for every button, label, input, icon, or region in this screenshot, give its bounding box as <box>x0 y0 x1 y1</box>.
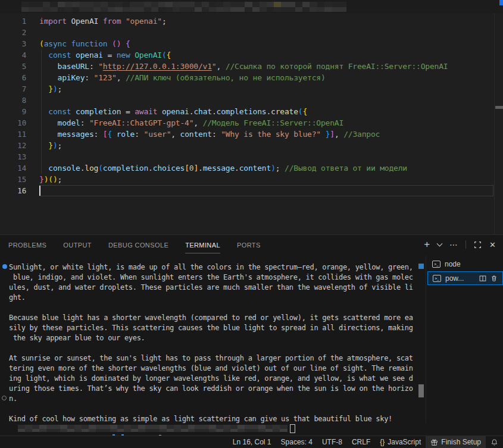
code-lines[interactable]: 1import OpenAI from "openai";23(async fu… <box>0 15 494 196</box>
notifications-button[interactable] <box>486 436 503 448</box>
bottom-panel: PROBLEMSOUTPUTDEBUG CONSOLETERMINALPORTS… <box>0 234 503 436</box>
terminal-scrollbar[interactable] <box>418 384 424 397</box>
language-mode[interactable]: {} JavaScript <box>375 436 426 448</box>
terminal-overview-mark <box>418 264 424 269</box>
line-number[interactable]: 7 <box>0 83 26 95</box>
split-terminal-icon[interactable] <box>479 275 486 282</box>
code-line[interactable]: }); <box>26 83 62 95</box>
terminal-list-label: pow... <box>445 274 464 283</box>
line-number[interactable]: 8 <box>0 95 26 106</box>
code-line[interactable] <box>26 151 39 162</box>
terminal-line: tering even more of the shorter waveleng… <box>9 364 417 374</box>
terminal-output[interactable]: Sunlight, or white light, is made up of … <box>9 262 417 424</box>
kill-terminal-icon[interactable] <box>490 275 498 282</box>
code-line[interactable]: }); <box>26 140 62 151</box>
terminal-cursor <box>290 424 295 433</box>
code-line[interactable]: const completion = await openai.chat.com… <box>26 106 307 117</box>
line-number[interactable]: 15 <box>0 174 26 185</box>
terminal-line: the sky appear blue to our eyes. <box>9 333 417 343</box>
encoding-label: UTF-8 <box>322 438 342 446</box>
title-bar <box>0 0 503 13</box>
badge-notch <box>499 0 503 5</box>
terminal-line: n. <box>9 394 417 404</box>
indentation-label: Spaces: 4 <box>281 438 313 446</box>
code-line[interactable]: const openai = new OpenAI({ <box>26 49 171 61</box>
line-number[interactable]: 12 <box>0 140 26 151</box>
finish-setup-button[interactable]: Finish Setup <box>426 436 486 448</box>
code-line[interactable]: baseURL: "http://127.0.0.1:3000/v1", //С… <box>26 61 448 72</box>
gift-icon <box>430 438 438 446</box>
line-number[interactable]: 14 <box>0 162 26 174</box>
code-line[interactable] <box>26 27 39 38</box>
code-line[interactable]: apiKey: "123", //АПИ ключ (обязательно, … <box>26 72 326 83</box>
terminal-line <box>9 404 417 414</box>
cursor-position-label: Ln 16, Col 1 <box>233 438 271 446</box>
terminal-icon: >_ <box>433 275 441 282</box>
terminal-line: sily by these particles. This scattering… <box>9 323 417 333</box>
close-panel-icon[interactable]: ✕ <box>489 241 496 249</box>
panel-tab-terminal[interactable]: TERMINAL <box>185 236 220 253</box>
line-number[interactable]: 5 <box>0 61 26 72</box>
braces-icon: {} <box>380 438 385 446</box>
terminal-line <box>9 303 417 313</box>
eol-sequence[interactable]: CRLF <box>347 436 375 448</box>
text-cursor <box>39 186 40 196</box>
terminal-list-item-node[interactable]: >_ node <box>427 258 503 271</box>
line-number[interactable]: 2 <box>0 27 26 38</box>
code-line[interactable]: messages: [{ role: "user", content: "Why… <box>26 129 380 140</box>
terminal-line: At sunrise or sunset, the sun's light ha… <box>9 353 417 364</box>
editor-scrollbar[interactable] <box>494 13 503 234</box>
maximize-panel-icon[interactable] <box>474 241 482 249</box>
line-number[interactable]: 16 <box>0 185 26 196</box>
indentation[interactable]: Spaces: 4 <box>276 436 317 448</box>
line-number[interactable]: 10 <box>0 117 26 129</box>
panel-tab-debug-console[interactable]: DEBUG CONSOLE <box>108 236 168 253</box>
line-number[interactable]: 4 <box>0 49 26 61</box>
chevron-down-icon[interactable] <box>437 240 443 246</box>
divider <box>465 240 466 249</box>
vscode-window: 1import OpenAI from "openai";23(async fu… <box>0 0 503 448</box>
terminal-line: blue, indigo, and violet. When sunlight … <box>9 272 417 283</box>
redacted-prompt <box>18 425 287 433</box>
panel-actions: + ⋯ ✕ <box>424 238 496 251</box>
line-number[interactable]: 3 <box>0 38 26 49</box>
more-actions-icon[interactable]: ⋯ <box>449 240 458 249</box>
line-number[interactable]: 11 <box>0 129 26 140</box>
status-bar: Ln 16, Col 1 Spaces: 4 UTF-8 CRLF {} Jav… <box>0 436 503 448</box>
code-line[interactable] <box>26 185 39 196</box>
encoding[interactable]: UTF-8 <box>317 436 347 448</box>
line-number[interactable]: 13 <box>0 151 26 162</box>
line-number[interactable]: 6 <box>0 72 26 83</box>
line-number[interactable]: 1 <box>0 15 26 27</box>
terminal-line: ules, dust, and water droplets. These pa… <box>9 283 417 293</box>
new-terminal-icon[interactable]: + <box>424 239 430 249</box>
terminal-line: Because blue light has a shorter wavelen… <box>9 313 417 323</box>
command-decoration-icon[interactable] <box>2 396 7 400</box>
cursor-position[interactable]: Ln 16, Col 1 <box>228 436 276 448</box>
code-line[interactable]: })(); <box>26 174 62 185</box>
terminal-line: Sunlight, or white light, is made up of … <box>9 262 417 272</box>
terminal-line: ing light, which is dominated by longer … <box>9 374 417 384</box>
terminal-line: Kind of cool how something as simple as … <box>9 414 417 424</box>
panel-tab-output[interactable]: OUTPUT <box>63 236 92 253</box>
code-line[interactable]: import OpenAI from "openai"; <box>26 15 167 27</box>
language-label: JavaScript <box>388 438 421 446</box>
code-line[interactable]: console.log(completion.choices[0].messag… <box>26 162 407 174</box>
panel-tab-ports[interactable]: PORTS <box>237 236 261 253</box>
current-line-highlight <box>39 185 493 196</box>
bell-icon <box>490 438 498 446</box>
terminal-line: uring those times. That’s why the sky ca… <box>9 384 417 394</box>
editor[interactable]: 1import OpenAI from "openai";23(async fu… <box>0 13 503 234</box>
overview-ruler-mark <box>495 106 503 109</box>
line-number[interactable]: 9 <box>0 106 26 117</box>
code-line[interactable]: (async function () { <box>26 38 130 49</box>
panel-tab-problems[interactable]: PROBLEMS <box>8 236 46 253</box>
code-line[interactable]: model: "FreeAI::ChatGPT-gpt-4", //Модель… <box>26 117 343 129</box>
code-line[interactable] <box>26 95 39 106</box>
redacted-title-text <box>21 2 346 12</box>
terminal-icon: >_ <box>432 261 440 268</box>
terminal-list-item-powershell[interactable]: >_ pow... <box>427 271 503 285</box>
command-success-decoration-icon[interactable] <box>2 264 7 269</box>
terminal-line: ght. <box>9 293 417 303</box>
eol-label: CRLF <box>352 438 370 446</box>
